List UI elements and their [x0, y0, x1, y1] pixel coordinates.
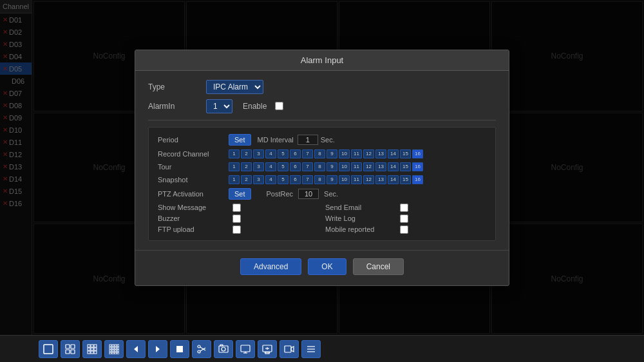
- mobile-reported-checkbox[interactable]: [400, 225, 408, 234]
- svg-rect-29: [117, 352, 119, 354]
- toolbar-prev[interactable]: [126, 340, 146, 358]
- tour-ch-12[interactable]: 12: [363, 162, 374, 171]
- tour-ch-14[interactable]: 14: [388, 162, 399, 171]
- advanced-button[interactable]: Advanced: [240, 258, 301, 275]
- snap-ch-13[interactable]: 13: [375, 175, 386, 184]
- svg-line-35: [200, 347, 205, 350]
- ch-btn-2[interactable]: 2: [241, 149, 252, 158]
- snap-ch-9[interactable]: 9: [327, 175, 337, 184]
- tour-ch-2[interactable]: 2: [241, 162, 252, 171]
- snap-ch-8[interactable]: 8: [314, 175, 325, 184]
- type-row: Type IPC Alarm NO NC: [148, 80, 496, 94]
- ch-btn-5[interactable]: 5: [278, 149, 289, 158]
- tour-ch-15[interactable]: 15: [400, 162, 411, 171]
- type-select[interactable]: IPC Alarm NO NC: [206, 80, 263, 94]
- snap-ch-14[interactable]: 14: [388, 175, 399, 184]
- postrec-input[interactable]: [298, 189, 319, 199]
- cancel-button[interactable]: Cancel: [353, 258, 404, 275]
- write-log-row: Write Log: [325, 214, 486, 223]
- show-message-label: Show Message: [158, 204, 229, 211]
- alarmin-label: AlarmIn: [148, 102, 206, 111]
- tour-ch-9[interactable]: 9: [327, 162, 337, 171]
- toolbar-camera[interactable]: [279, 340, 299, 358]
- svg-rect-8: [88, 348, 90, 350]
- snap-ch-5[interactable]: 5: [278, 175, 289, 184]
- tour-ch-6[interactable]: 6: [290, 162, 301, 171]
- snap-ch-15[interactable]: 15: [400, 175, 411, 184]
- ch-btn-8[interactable]: 8: [314, 149, 325, 158]
- buzzer-checkbox[interactable]: [232, 214, 241, 223]
- period-set-button[interactable]: Set: [229, 134, 251, 146]
- snap-ch-4[interactable]: 4: [265, 175, 276, 184]
- snap-ch-1[interactable]: 1: [229, 175, 240, 184]
- enable-checkbox[interactable]: [275, 102, 283, 110]
- tour-ch-5[interactable]: 5: [278, 162, 289, 171]
- snap-ch-3[interactable]: 3: [253, 175, 264, 184]
- snap-ch-6[interactable]: 6: [290, 175, 301, 184]
- toolbar-list[interactable]: [301, 340, 321, 358]
- tour-ch-8[interactable]: 8: [314, 162, 325, 171]
- snap-ch-7[interactable]: 7: [302, 175, 313, 184]
- toolbar-next[interactable]: [148, 340, 167, 358]
- show-message-checkbox[interactable]: [232, 204, 241, 212]
- tour-ch-7[interactable]: 7: [302, 162, 313, 171]
- ch-btn-16[interactable]: 16: [412, 149, 423, 158]
- md-interval-input[interactable]: [298, 135, 318, 145]
- svg-rect-25: [117, 350, 119, 352]
- tour-ch-10[interactable]: 10: [339, 162, 350, 171]
- svg-rect-18: [109, 347, 111, 349]
- svg-rect-27: [112, 352, 114, 354]
- ch-btn-12[interactable]: 12: [363, 149, 374, 158]
- snap-ch-2[interactable]: 2: [241, 175, 252, 184]
- toolbar-stop[interactable]: [170, 340, 189, 358]
- ch-btn-1[interactable]: 1: [229, 149, 240, 158]
- tour-ch-16[interactable]: 16: [412, 162, 423, 171]
- ch-btn-4[interactable]: 4: [265, 149, 276, 158]
- toolbar-scissors[interactable]: [192, 340, 211, 358]
- ch-btn-15[interactable]: 15: [400, 149, 411, 158]
- snap-ch-11[interactable]: 11: [351, 175, 362, 184]
- svg-rect-44: [265, 352, 269, 354]
- tour-ch-3[interactable]: 3: [253, 162, 264, 171]
- toolbar-snapshot[interactable]: [214, 340, 233, 358]
- tour-ch-11[interactable]: 11: [351, 162, 362, 171]
- send-email-checkbox[interactable]: [400, 204, 408, 212]
- svg-marker-30: [134, 346, 138, 352]
- settings-section: Period Set MD Interval Sec. Record Chann…: [148, 127, 496, 241]
- ch-btn-13[interactable]: 13: [375, 149, 386, 158]
- snap-ch-16[interactable]: 16: [412, 175, 423, 184]
- ptz-row: PTZ Activation Set PostRec Sec.: [158, 188, 486, 200]
- show-message-row: Show Message: [158, 204, 319, 212]
- ch-btn-11[interactable]: 11: [351, 149, 362, 158]
- tour-ch-13[interactable]: 13: [375, 162, 386, 171]
- svg-rect-2: [71, 345, 75, 348]
- ptz-set-button[interactable]: Set: [229, 188, 251, 200]
- ch-btn-10[interactable]: 10: [339, 149, 350, 158]
- write-log-checkbox[interactable]: [400, 214, 408, 223]
- toolbar-grid-2x2[interactable]: [61, 340, 80, 358]
- ch-btn-3[interactable]: 3: [253, 149, 264, 158]
- snap-ch-12[interactable]: 12: [363, 175, 374, 184]
- write-log-label: Write Log: [325, 214, 396, 222]
- toolbar-monitor[interactable]: [236, 340, 255, 358]
- tour-ch-4[interactable]: 4: [265, 162, 276, 171]
- ch-btn-9[interactable]: 9: [327, 149, 337, 158]
- tour-ch-1[interactable]: 1: [229, 162, 240, 171]
- toolbar-grid-3x3[interactable]: [82, 340, 102, 358]
- ch-btn-14[interactable]: 14: [388, 149, 399, 158]
- svg-rect-16: [115, 345, 117, 347]
- svg-rect-38: [220, 345, 223, 346]
- ch-btn-7[interactable]: 7: [302, 149, 313, 158]
- ch-btn-6[interactable]: 6: [290, 149, 301, 158]
- svg-marker-31: [156, 346, 160, 352]
- toolbar-network[interactable]: [258, 340, 277, 358]
- snap-ch-10[interactable]: 10: [339, 175, 350, 184]
- svg-rect-24: [115, 350, 117, 352]
- ok-button[interactable]: OK: [308, 258, 346, 275]
- svg-rect-49: [285, 346, 291, 352]
- toolbar-grid-1x1[interactable]: [39, 340, 58, 358]
- tour-channel-grid: 1 2 3 4 5 6 7 8 9 10 11 12 13 14: [229, 162, 423, 171]
- toolbar-grid-4x4[interactable]: [104, 340, 124, 358]
- alarmin-select[interactable]: 1234: [206, 99, 232, 113]
- ftp-upload-checkbox[interactable]: [232, 225, 241, 234]
